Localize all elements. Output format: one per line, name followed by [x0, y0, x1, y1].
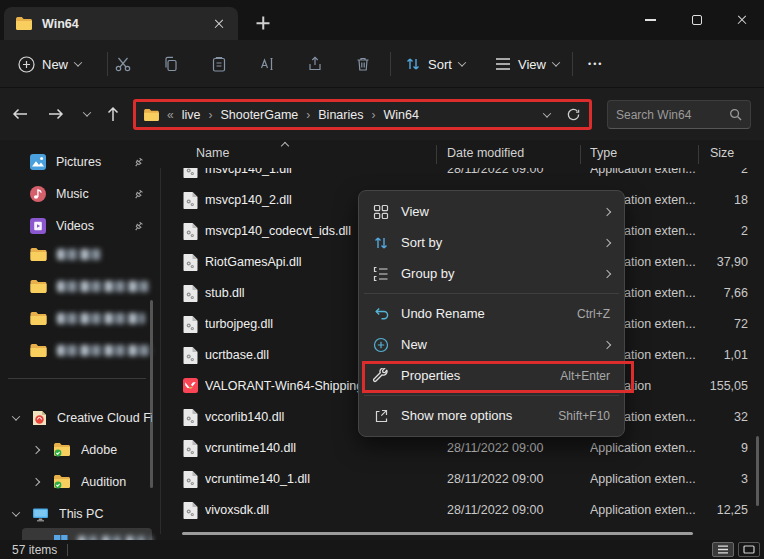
file-name: vivoxsdk.dll — [205, 503, 425, 517]
horizontal-scrollbar[interactable] — [182, 532, 693, 535]
menu-item-sort-by[interactable]: Sort by — [363, 227, 620, 258]
music-icon — [30, 186, 46, 202]
file-date: 28/11/2022 09:00 — [447, 441, 582, 455]
dll-file-icon — [183, 254, 198, 271]
redacted-label — [57, 345, 152, 356]
breadcrumb-overflow[interactable]: « — [166, 108, 175, 122]
maximize-icon — [692, 15, 702, 25]
menu-separator — [364, 395, 619, 396]
address-bar[interactable]: « live › ShooterGame › Binaries › Win64 — [133, 99, 592, 130]
sidebar-item-folder[interactable] — [0, 238, 152, 270]
paste-icon — [210, 55, 228, 73]
sidebar-item-folder[interactable] — [0, 270, 152, 302]
back-button[interactable] — [5, 99, 35, 129]
column-header-row: Name Date modified Type Size — [160, 140, 764, 168]
chevron-down-icon — [83, 108, 91, 116]
share-button[interactable] — [302, 51, 328, 77]
view-button[interactable]: View — [487, 46, 567, 82]
sidebar-item-folder[interactable] — [0, 334, 152, 366]
sidebar-item-audition[interactable]: Audition — [22, 466, 152, 498]
column-header-name[interactable]: Name — [196, 146, 229, 160]
explorer-tab[interactable]: Win64 — [4, 7, 238, 40]
chevron-down-icon — [552, 58, 560, 66]
breadcrumb-live[interactable]: live — [182, 108, 201, 122]
menu-item-new[interactable]: New — [363, 329, 620, 360]
chevron-down-icon[interactable] — [8, 415, 24, 421]
chevron-right-icon[interactable] — [28, 447, 44, 453]
sort-ascending-icon — [281, 142, 289, 150]
dll-file-icon — [183, 347, 198, 364]
search-input[interactable] — [616, 108, 729, 122]
new-plus-icon — [372, 337, 390, 353]
redacted-label — [57, 281, 149, 292]
up-button[interactable] — [98, 99, 128, 129]
paste-button[interactable] — [206, 51, 232, 77]
see-more-button[interactable]: ••• — [580, 46, 611, 82]
column-header-date[interactable]: Date modified — [447, 146, 524, 160]
breadcrumb-binaries[interactable]: Binaries — [318, 108, 363, 122]
menu-shortcut: Ctrl+Z — [577, 307, 610, 321]
file-size: 37,90 — [680, 255, 748, 269]
chevron-right-icon[interactable] — [28, 479, 44, 485]
address-dropdown-chevron-icon[interactable] — [543, 109, 551, 117]
search-icon[interactable] — [729, 108, 742, 121]
new-button[interactable]: New — [10, 46, 89, 82]
dll-file-icon — [183, 440, 198, 457]
menu-item-view[interactable]: View — [363, 196, 620, 227]
file-size: 12,25 — [680, 503, 748, 517]
up-arrow-icon — [106, 106, 120, 122]
synced-folder-icon — [54, 475, 71, 489]
minimize-button[interactable] — [628, 0, 673, 40]
tab-close-icon[interactable] — [210, 15, 228, 33]
redacted-label — [57, 313, 145, 324]
dll-file-icon — [183, 316, 198, 333]
menu-item-group-by[interactable]: Group by — [363, 258, 620, 289]
file-row[interactable]: vcruntime140.dll 28/11/2022 09:00 Applic… — [160, 433, 764, 464]
cut-button[interactable] — [110, 51, 136, 77]
file-size: 7,66 — [680, 286, 748, 300]
column-header-type[interactable]: Type — [590, 146, 617, 160]
file-row[interactable]: vcruntime140_1.dll 28/11/2022 09:00 Appl… — [160, 464, 764, 495]
close-button[interactable] — [719, 0, 764, 40]
sidebar-item-creative-cloud[interactable]: Creative Cloud Fi — [0, 402, 152, 434]
dll-file-icon — [183, 192, 198, 209]
large-icons-view-button[interactable] — [738, 542, 760, 557]
file-name: vcruntime140_1.dll — [205, 472, 425, 486]
sort-button[interactable]: Sort — [397, 46, 473, 82]
file-row[interactable]: vivoxsdk.dll 28/11/2022 09:00 Applicatio… — [160, 495, 764, 526]
vertical-scrollbar[interactable] — [756, 436, 759, 506]
sidebar-item-folder[interactable] — [0, 302, 152, 334]
pin-icon — [131, 218, 146, 233]
column-separator[interactable] — [580, 145, 581, 164]
forward-button[interactable] — [41, 99, 71, 129]
copy-button[interactable] — [158, 51, 184, 77]
dll-file-icon — [183, 223, 198, 240]
column-separator[interactable] — [698, 145, 699, 164]
column-separator[interactable] — [436, 145, 437, 164]
folder-icon — [30, 248, 47, 261]
file-size: 18 — [680, 193, 748, 207]
menu-item-show-more-options[interactable]: Show more options Shift+F10 — [363, 400, 620, 431]
delete-button[interactable] — [350, 51, 376, 77]
refresh-icon[interactable] — [566, 107, 581, 122]
column-header-size[interactable]: Size — [710, 146, 734, 160]
sidebar-item-this-pc[interactable]: This PC — [0, 498, 152, 530]
rename-button[interactable] — [254, 51, 280, 77]
undo-icon — [372, 306, 390, 322]
details-view-icon — [717, 545, 729, 554]
chevron-down-icon[interactable] — [8, 511, 24, 517]
sidebar-item-music[interactable]: Music — [0, 178, 152, 210]
breadcrumb-win64[interactable]: Win64 — [383, 108, 418, 122]
breadcrumb-shootergame[interactable]: ShooterGame — [220, 108, 298, 122]
menu-item-undo-rename[interactable]: Undo Rename Ctrl+Z — [363, 298, 620, 329]
new-tab-button[interactable] — [252, 12, 274, 34]
sidebar-item-adobe[interactable]: Adobe — [22, 434, 152, 466]
submenu-chevron-icon — [603, 238, 611, 246]
menu-item-label: Show more options — [401, 408, 547, 423]
this-pc-icon — [32, 507, 49, 522]
search-box[interactable] — [607, 100, 751, 129]
maximize-button[interactable] — [674, 0, 719, 40]
sidebar-item-label: Music — [56, 187, 123, 201]
details-view-button[interactable] — [712, 542, 734, 557]
sidebar-item-pictures[interactable]: Pictures — [0, 146, 152, 178]
